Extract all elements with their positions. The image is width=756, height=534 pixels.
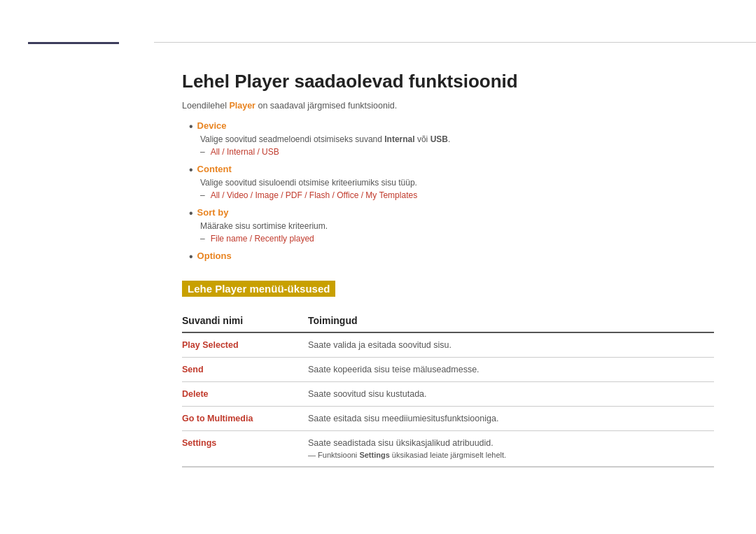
bullet-dot: • — [189, 121, 193, 132]
bullet-dot-options: • — [189, 251, 193, 262]
feature-bullet-row-content: • Content — [189, 164, 714, 176]
feature-label-device: Device — [197, 120, 227, 131]
dash-icon-sortby: – — [200, 234, 205, 244]
feature-desc-device: Valige soovitud seadmeloendi otsimiseks … — [200, 134, 714, 144]
feature-desc-sortby: Määrake sisu sortimise kriteerium. — [200, 221, 714, 231]
feature-sub-text-device: All / Internal / USB — [211, 147, 279, 157]
note-text: — Funktsiooni Settings üksikasiad leiate… — [308, 451, 506, 459]
sidebar-line — [28, 42, 119, 44]
table-row-settings: Settings Saate seadistada sisu üksikasja… — [182, 431, 714, 467]
feature-label-sortby: Sort by — [197, 207, 229, 218]
label-delete: Delete — [182, 389, 209, 399]
page-title: Lehel Player saadaolevad funktsioonid — [182, 71, 714, 92]
menu-table: Suvandi nimi Toimingud Play Selected Saa… — [182, 309, 714, 467]
feature-bullet-row: • Device — [189, 120, 714, 132]
dash-icon-content: – — [200, 190, 205, 200]
feature-item-sortby: • Sort by Määrake sisu sortimise kriteer… — [189, 207, 714, 244]
desc-delete: Saate soovitud sisu kustutada. — [308, 389, 427, 399]
table-row-play-selected: Play Selected Saate valida ja esitada so… — [182, 332, 714, 358]
intro-text: Loendilehel Player on saadaval järgmised… — [182, 101, 714, 111]
feature-label-content: Content — [197, 164, 232, 174]
desc-go-to-multimedia: Saate esitada sisu meediiumiesitusfunkts… — [308, 414, 498, 423]
table-row-delete: Delete Saate soovitud sisu kustutada. — [182, 382, 714, 407]
settings-bold: Settings — [359, 451, 389, 459]
intro-highlight: Player — [229, 101, 255, 111]
feature-list: • Device Valige soovitud seadmeloendi ot… — [189, 120, 714, 262]
desc-settings: Saate seadistada sisu üksikasjalikud atr… — [308, 438, 714, 448]
feature-bullet-row-sortby: • Sort by — [189, 207, 714, 219]
feature-item-options: • Options — [189, 251, 714, 262]
intro-suffix: on saadaval järgmised funktsioonid. — [255, 101, 397, 111]
page-wrapper: Lehel Player saadaolevad funktsioonid Lo… — [0, 0, 756, 534]
feature-sub-text-sortby: File name / Recently played — [211, 234, 314, 244]
col-header-name: Suvandi nimi — [182, 309, 308, 332]
feature-sub-device: – All / Internal / USB — [200, 147, 714, 157]
intro-prefix: Loendilehel — [182, 101, 229, 111]
feature-label-options: Options — [197, 251, 232, 261]
desc-send: Saate kopeerida sisu teise mäluseadmesse… — [308, 365, 479, 374]
label-play-selected: Play Selected — [182, 340, 239, 350]
main-content: Lehel Player saadaolevad funktsioonid Lo… — [154, 42, 756, 534]
feature-item-content: • Content Valige soovitud sisuloendi ots… — [189, 164, 714, 200]
settings-note: — Funktsiooni Settings üksikasiad leiate… — [308, 451, 714, 459]
section-highlight: Lehe Player menüü-üksused — [182, 281, 335, 297]
feature-item-device: • Device Valige soovitud seadmeloendi ot… — [189, 120, 714, 157]
feature-sub-sortby: – File name / Recently played — [200, 234, 714, 244]
dash-icon: – — [200, 147, 205, 157]
feature-sub-content: – All / Video / Image / PDF / Flash / Of… — [200, 190, 714, 200]
feature-bullet-row-options: • Options — [189, 251, 714, 262]
col-header-actions: Toimingud — [308, 309, 714, 332]
feature-desc-content: Valige soovitud sisuloendi otsimise krit… — [200, 178, 714, 188]
label-send: Send — [182, 365, 204, 374]
label-settings: Settings — [182, 438, 216, 448]
sidebar — [0, 0, 154, 534]
desc-play-selected: Saate valida ja esitada soovitud sisu. — [308, 340, 451, 350]
bullet-dot-sortby: • — [189, 208, 193, 219]
bottom-border-line — [182, 467, 714, 468]
table-row-send: Send Saate kopeerida sisu teise mälusead… — [182, 358, 714, 382]
bullet-dot-content: • — [189, 164, 193, 176]
feature-sub-text-content: All / Video / Image / PDF / Flash / Offi… — [211, 190, 417, 200]
table-header-row: Suvandi nimi Toimingud — [182, 309, 714, 332]
label-go-to-multimedia: Go to Multimedia — [182, 414, 253, 423]
table-row-go-to-multimedia: Go to Multimedia Saate esitada sisu meed… — [182, 407, 714, 431]
